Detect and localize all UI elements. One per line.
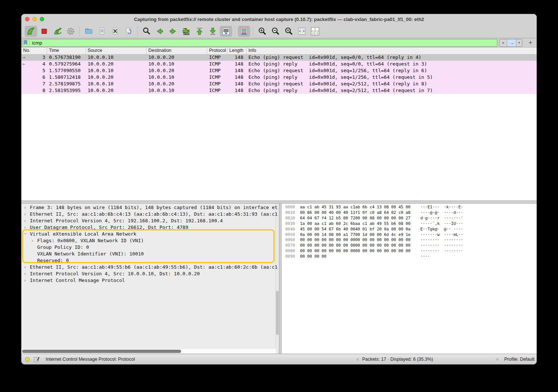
expander-icon[interactable]: › (24, 277, 30, 284)
hex-row[interactable]: 006000 00 00 00 00 00 00 0000 00 00 00 0… (282, 237, 537, 243)
packet-source: 10.0.0.10 (86, 81, 146, 87)
layout-button[interactable]: 1 2 3 (309, 26, 321, 37)
column-header-no[interactable]: No. (21, 47, 47, 54)
expander-icon[interactable]: › (24, 218, 30, 224)
resize-columns-icon (297, 27, 307, 36)
go-to-packet-button[interactable] (180, 26, 193, 37)
expander-icon[interactable]: › (24, 204, 30, 211)
packet-row[interactable]: →3 0.576738190 10.0.0.10 10.0.0.20 ICMP … (21, 54, 537, 61)
packet-row[interactable]: 8 2.581953995 10.0.0.20 10.0.0.10 ICMP 1… (21, 87, 537, 94)
detail-text: Group Policy ID: 0 (37, 244, 89, 250)
scrollbar-thumb[interactable] (276, 291, 279, 335)
go-back-button[interactable] (153, 26, 166, 37)
hex-bytes: 00 00 00 00 00 00 00 00 (300, 237, 355, 243)
detail-row-vxlan[interactable]: ›Virtual eXtensible Local Area Network (21, 231, 279, 237)
colorize-button[interactable] (238, 26, 250, 37)
hex-ascii: ····@·@· (420, 210, 444, 216)
hex-ascii: ········ (444, 243, 467, 248)
hex-row[interactable]: 00301a 00 aa c1 ab 60 2c 6baa c1 ab 49 5… (282, 221, 537, 227)
hex-bytes: aa c1 ab 45 31 93 aa c1 (300, 205, 355, 210)
status-profile[interactable]: Profile: Default (504, 357, 534, 362)
restart-capture-button[interactable] (51, 26, 64, 37)
find-packet-button[interactable] (140, 26, 153, 37)
zoom-reset-button[interactable] (282, 26, 295, 37)
column-header-destination[interactable]: Destination (146, 47, 207, 54)
bookmark-icon[interactable] (24, 40, 27, 45)
close-window-button[interactable] (25, 17, 29, 21)
filter-clear-button[interactable]: × (499, 39, 507, 46)
detail-row[interactable]: ›Frame 3: 148 bytes on wire (1184 bits),… (21, 204, 279, 211)
stop-capture-button[interactable] (38, 26, 50, 37)
zoom-in-button[interactable] (256, 26, 268, 37)
packet-length: 148 (227, 54, 247, 61)
detail-row[interactable]: ›Flags: 0x0800, VXLAN Network ID (VNI) (21, 237, 279, 244)
go-first-packet-button[interactable] (193, 26, 206, 37)
detail-row[interactable]: ›Internet Protocol Version 4, Src: 10.0.… (21, 271, 279, 277)
hex-row[interactable]: 009000 00 00 00···· (282, 254, 537, 259)
expander-icon[interactable]: › (24, 271, 30, 277)
column-header-protocol[interactable]: Protocol (207, 47, 227, 54)
filter-apply-button[interactable]: → (507, 39, 516, 46)
column-header-length[interactable]: Length (227, 47, 247, 54)
detail-row[interactable]: VXLAN Network Identifier (VNI): 10010 (21, 251, 279, 257)
open-capture-button[interactable] (82, 26, 95, 37)
hex-row[interactable]: 001000 86 00 00 40 00 40 11f1 0f c0 a8 6… (282, 210, 537, 216)
detail-row[interactable]: ›User Datagram Protocol, Src Port: 26612… (21, 224, 279, 231)
auto-scroll-button[interactable] (220, 26, 232, 37)
column-header-time[interactable]: Time (47, 47, 86, 54)
packet-source: 10.0.0.20 (86, 74, 146, 81)
zoom-out-button[interactable] (269, 26, 282, 37)
packet-row[interactable]: 7 2.578199875 10.0.0.10 10.0.0.20 ICMP 1… (21, 81, 537, 87)
detail-row[interactable]: ›Ethernet II, Src: aa:c1:ab:49:55:b6 (aa… (21, 264, 279, 271)
packet-row[interactable]: 5 1.577090550 10.0.0.10 10.0.0.20 ICMP 1… (21, 67, 537, 74)
capture-comment-icon[interactable] (34, 357, 39, 364)
details-horizontal-scrollbar[interactable] (21, 349, 276, 354)
hex-row[interactable]: 008000 00 00 00 00 00 00 0000 00 00 00 0… (282, 248, 537, 254)
capture-options-button[interactable] (64, 26, 77, 37)
minimize-window-button[interactable] (32, 17, 37, 21)
hex-row[interactable]: 0000aa c1 ab 45 31 93 aa c1ab 6b c4 13 0… (282, 205, 537, 210)
detail-row[interactable]: ›Internet Protocol Version 4, Src: 192.1… (21, 218, 279, 224)
expander-icon[interactable]: › (24, 264, 30, 271)
packet-row[interactable]: 6 1.580712418 10.0.0.20 10.0.0.10 ICMP 1… (21, 74, 537, 81)
close-capture-button[interactable] (109, 26, 121, 37)
packet-bytes-pane[interactable]: 0000aa c1 ab 45 31 93 aa c1ab 6b c4 13 0… (282, 204, 537, 355)
hex-ascii: ·····`,k (420, 221, 444, 227)
expert-info-icon[interactable] (25, 357, 30, 362)
resize-columns-button[interactable] (296, 26, 308, 37)
expander-icon[interactable]: › (31, 237, 37, 244)
go-last-packet-button[interactable] (206, 26, 219, 37)
pane-splitter-horizontal[interactable] (21, 201, 537, 204)
filter-add-button[interactable]: + (526, 39, 534, 46)
hex-row[interactable]: 00500a 00 00 14 08 00 a1 7700 1d 00 00 6… (282, 232, 537, 238)
start-capture-button[interactable] (25, 26, 37, 37)
packet-destination: 10.0.0.10 (146, 61, 207, 67)
filter-input[interactable] (31, 40, 497, 46)
packet-protocol: ICMP (207, 61, 227, 67)
hex-row[interactable]: 007000 00 00 00 00 00 00 0000 00 00 00 0… (282, 243, 537, 248)
column-header-info[interactable]: Info (247, 47, 537, 54)
reload-file-icon (124, 27, 133, 36)
packet-row[interactable]: ←4 0.579275964 10.0.0.20 10.0.0.10 ICMP … (21, 61, 537, 67)
scrollbar-thumb[interactable] (22, 350, 181, 353)
filter-dropdown-caret[interactable]: ▾ (516, 39, 522, 46)
maximize-window-button[interactable] (40, 17, 44, 21)
detail-row[interactable]: Reserved: 0 (21, 257, 279, 264)
folder-icon (84, 27, 93, 36)
pane-splitter-vertical[interactable] (279, 204, 282, 354)
expander-icon[interactable]: › (24, 224, 30, 231)
detail-row[interactable]: ›Internet Control Message Protocol (21, 277, 279, 284)
column-header-source[interactable]: Source (86, 47, 146, 54)
expander-icon[interactable]: › (24, 211, 30, 218)
go-forward-button[interactable] (167, 26, 179, 37)
window-title: Capturing from packetflix:// remote clus… (134, 17, 424, 22)
save-capture-button[interactable] (96, 26, 108, 37)
toolbar-separator (253, 27, 253, 36)
hex-ascii: ····d··· (444, 210, 467, 216)
display-filter-field[interactable] (22, 39, 497, 47)
hex-row[interactable]: 002064 04 67 f4 12 b5 00 7200 00 08 00 0… (282, 216, 537, 221)
detail-row[interactable]: Group Policy ID: 0 (21, 244, 279, 251)
detail-row[interactable]: ›Ethernet II, Src: aa:c1:ab:6b:c4:13 (aa… (21, 211, 279, 218)
hex-row[interactable]: 004045 00 00 54 67 6b 40 0040 01 bf 20 0… (282, 227, 537, 232)
reload-capture-button[interactable] (122, 26, 135, 37)
